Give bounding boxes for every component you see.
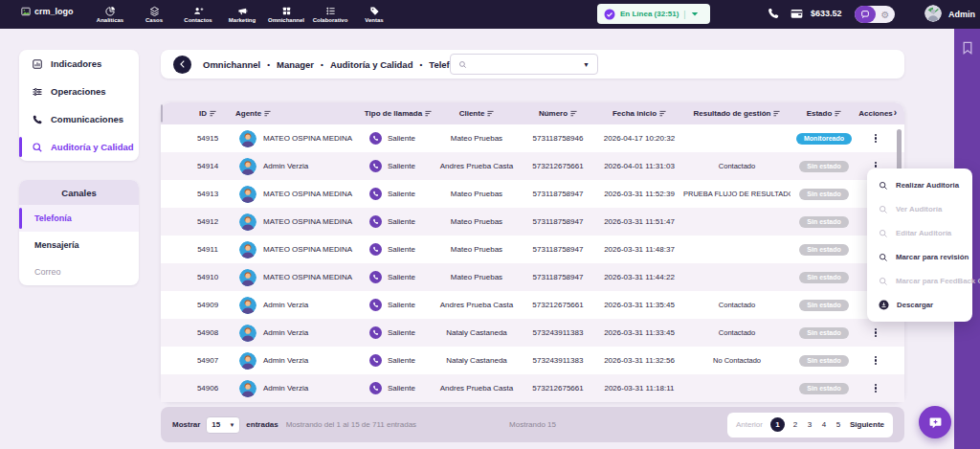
cell-numero: 573118758947 <box>521 217 595 226</box>
menu-item-label: Marcar para revisión <box>896 253 969 261</box>
table-row[interactable]: 54914Admin VerziaSalienteAndres Prueba C… <box>161 152 904 180</box>
status-badge: Sin estado <box>799 161 848 172</box>
outgoing-call-icon <box>369 215 382 228</box>
call-type-label: Saliente <box>388 384 415 393</box>
row-actions-kebab[interactable] <box>858 124 894 152</box>
col-tipo-llamada[interactable]: Tipo de llamada <box>364 109 433 118</box>
cell-tipo-llamada: Saliente <box>364 382 433 394</box>
channel-mensajeria[interactable]: Mensajería <box>19 232 139 258</box>
row-actions-kebab[interactable] <box>858 347 894 374</box>
cell-agente: MATEO OSPINA MEDINA <box>228 241 364 258</box>
breadcrumb-auditoria[interactable]: Auditoría y Calidad <box>330 59 413 70</box>
phone-icon[interactable] <box>767 7 780 20</box>
bookmark-icon[interactable] <box>962 41 973 55</box>
app-logo[interactable]: crm_logo <box>21 7 74 16</box>
page-button-2[interactable]: 2 <box>791 420 799 429</box>
nav-omnichannel[interactable]: Omnichannel <box>264 0 308 29</box>
nav-casos[interactable]: Casos <box>132 0 176 29</box>
channel-correo[interactable]: Correo <box>19 258 139 285</box>
select-all-checkbox[interactable] <box>161 104 163 123</box>
outgoing-call-icon <box>369 188 382 200</box>
search-icon <box>879 277 888 286</box>
prev-page-button[interactable]: Anterior <box>736 420 763 429</box>
table-row[interactable]: 54910MATEO OSPINA MEDINASalienteMateo Pr… <box>161 263 904 291</box>
sort-icon <box>570 110 577 118</box>
cell-agente: MATEO OSPINA MEDINA <box>228 213 364 231</box>
status-badge: Sin estado <box>799 189 848 200</box>
online-status-dropdown[interactable]: En Línea (32:51) | <box>597 4 710 24</box>
row-actions-kebab[interactable] <box>858 319 894 347</box>
page-button-4[interactable]: 4 <box>820 420 828 429</box>
col-estado[interactable]: Estado <box>791 109 858 118</box>
cell-numero: 573118758946 <box>521 134 595 143</box>
col-numero[interactable]: Número <box>521 109 595 118</box>
broken-image-icon <box>21 7 31 16</box>
sidebar-item-operaciones[interactable]: Operaciones <box>19 78 139 105</box>
menu-item[interactable]: Marcar para revisión <box>867 245 972 269</box>
table-row[interactable]: 54908Admin VerziaSalienteNataly Castaned… <box>161 319 904 347</box>
table-row[interactable]: 54911MATEO OSPINA MEDINASalienteMateo Pr… <box>161 236 904 263</box>
scroll-right-chevron[interactable]: › <box>894 107 897 118</box>
status-badge: Monitoreado <box>796 133 852 145</box>
page-button-5[interactable]: 5 <box>835 420 842 429</box>
cell-resultado: Contactado <box>683 328 791 337</box>
col-fecha-inicio[interactable]: Fecha inicio <box>595 109 683 118</box>
agent-name: Admin Verzia <box>263 384 308 393</box>
table-row[interactable]: 54915MATEO OSPINA MEDINASalienteMateo Pr… <box>161 124 904 152</box>
gear-icon[interactable]: ⚙ <box>876 10 895 20</box>
nav-marketing[interactable]: Marketing <box>220 0 264 29</box>
breadcrumb-manager[interactable]: Manager <box>277 59 314 70</box>
nav-contactos[interactable]: Contactos <box>176 0 220 29</box>
chevron-down-icon <box>691 11 699 17</box>
cell-numero: 573243911383 <box>521 328 595 337</box>
next-page-button[interactable]: Siguiente <box>850 420 884 429</box>
sidebar-item-auditoria-y-calidad[interactable]: Auditoría y Calidad <box>19 133 139 161</box>
nav-ventas[interactable]: Ventas <box>352 0 396 29</box>
col-cliente[interactable]: Cliente <box>433 109 521 118</box>
nav-analiticas[interactable]: Analíticas <box>88 0 132 29</box>
sidebar-item-comunicaciones[interactable]: Comunicaciones <box>19 105 139 133</box>
table-row[interactable]: 54913MATEO OSPINA MEDINASalienteMateo Pr… <box>161 180 904 208</box>
breadcrumb-omnichannel[interactable]: Omnichannel <box>203 59 260 70</box>
new-chat-fab[interactable] <box>919 406 951 438</box>
call-type-label: Saliente <box>388 217 415 226</box>
channel-telefonia[interactable]: Telefonía <box>19 205 139 232</box>
col-agente[interactable]: Agente <box>228 109 364 118</box>
menu-item[interactable]: Descargar <box>867 293 972 317</box>
outgoing-call-icon <box>369 243 382 256</box>
agent-name: MATEO OSPINA MEDINA <box>263 273 352 281</box>
cell-tipo-llamada: Saliente <box>364 354 433 367</box>
menu-item[interactable]: Realizar Auditoria <box>867 173 972 197</box>
chat-settings-toggle[interactable]: ⚙ <box>855 6 895 23</box>
col-id[interactable]: ID <box>188 109 228 118</box>
per-page-select[interactable]: 15 ▼ <box>206 416 240 434</box>
agent-name: MATEO OSPINA MEDINA <box>263 245 352 254</box>
admin-avatar[interactable] <box>924 5 942 22</box>
page-button-1[interactable]: 1 <box>770 417 785 432</box>
page-button-3[interactable]: 3 <box>806 420 813 429</box>
table-row[interactable]: 54907Admin VerziaSalienteNataly Castaned… <box>161 347 904 374</box>
agent-avatar <box>239 297 256 314</box>
cell-estado: Sin estado <box>791 300 858 311</box>
chevron-down-icon: ▼ <box>229 422 234 428</box>
table-row[interactable]: 54912MATEO OSPINA MEDINASalienteMateo Pr… <box>161 208 904 236</box>
table-row[interactable]: 54909Admin VerziaSalienteAndres Prueba C… <box>161 291 904 319</box>
cell-agente: Admin Verzia <box>228 325 364 342</box>
col-resultado[interactable]: Resultado de gestión <box>683 109 791 118</box>
nav-colaborativo[interactable]: Colaborativo <box>308 0 352 29</box>
sidebar-channels: Canales Telefonía Mensajería Correo <box>19 180 139 285</box>
cell-tipo-llamada: Saliente <box>364 271 433 283</box>
back-button[interactable] <box>173 56 191 74</box>
row-actions-kebab[interactable] <box>858 374 894 402</box>
phone-handset-icon <box>32 114 43 125</box>
nav-label: Analíticas <box>97 17 123 23</box>
call-type-label: Saliente <box>388 328 415 337</box>
wallet-icon[interactable] <box>790 7 804 20</box>
cell-estado: Sin estado <box>791 161 858 172</box>
chat-toggle-on[interactable] <box>855 6 876 23</box>
search-dropdown-caret[interactable]: ▼ <box>583 61 590 68</box>
table-row[interactable]: 54906Admin VerziaSalienteAndres Prueba C… <box>161 374 904 402</box>
sidebar-item-indicadores[interactable]: Indicadores <box>19 50 139 78</box>
search-input[interactable] <box>473 59 577 69</box>
logo-text: crm_logo <box>34 7 74 16</box>
